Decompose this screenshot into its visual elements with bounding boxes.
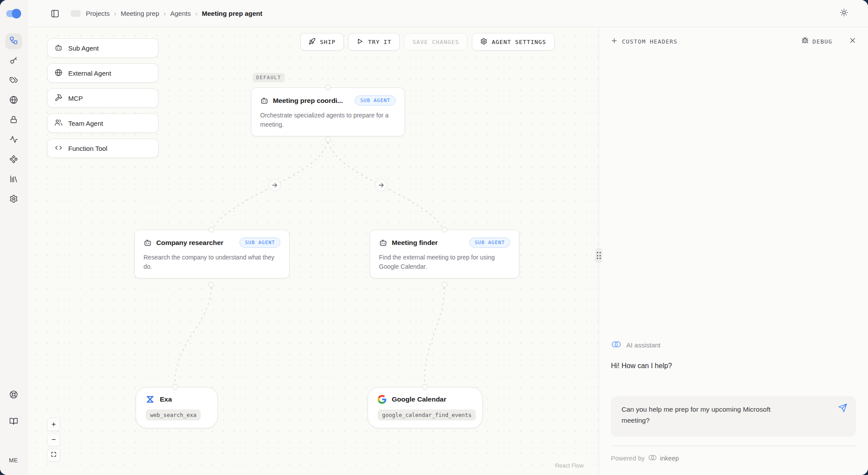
agent-settings-button[interactable]: AGENT SETTINGS [472,33,555,51]
breadcrumb-agents[interactable]: Agents [170,10,191,17]
handle-exa-top[interactable] [173,384,178,390]
fit-view-button[interactable] [47,449,60,462]
save-changes-button[interactable]: SAVE CHANGES [404,33,467,51]
handle-coordinator-bottom[interactable] [325,137,331,142]
palette-label: Function Tool [68,145,107,152]
help-button[interactable] [5,387,22,403]
docs-button[interactable] [5,414,22,430]
nav-graph-button[interactable] [5,33,22,49]
users-icon [55,119,63,128]
zoom-in-button[interactable]: + [47,418,60,431]
node-palette: Sub Agent External Agent MCP Team Agent [47,38,158,158]
nav-settings-button[interactable] [5,192,22,208]
app-window: ME Projects › Meeting prep › Agents › Me… [0,0,868,475]
key-icon [9,56,18,66]
brand-label: inkeep [660,455,679,462]
node-title: Company researcher [156,239,223,247]
bot-icon [379,238,387,247]
nav-security-button[interactable] [5,113,22,128]
handle-company-researcher-bottom[interactable] [209,282,214,288]
library-icon [9,175,18,185]
try-it-panel: CUSTOM HEADERS DEBUG AI assistant Hi! Ho… [599,27,868,475]
powered-by-label: Powered by [611,455,645,462]
chevron-right-icon: › [114,10,116,17]
edge-meeting-finder-google-calendar [425,287,445,384]
sidebar-toggle-button[interactable] [51,9,59,18]
try-it-button[interactable]: TRY IT [348,33,400,51]
palette-external-agent[interactable]: External Agent [47,63,158,83]
theme-toggle-button[interactable] [840,8,848,18]
breadcrumb: Projects › Meeting prep › Agents › Meeti… [86,10,262,17]
code-icon [55,144,63,153]
chat-input[interactable]: Can you help me prep for my upcoming Mic… [611,396,856,437]
node-exa-tool[interactable]: Exa web_search_exa [136,387,218,428]
chevron-right-icon: › [195,10,197,17]
bug-icon [802,37,809,46]
inkeep-avatar-icon [611,339,622,351]
node-meeting-finder[interactable]: Meeting finder SUB AGENT Find the extern… [370,230,519,278]
palette-label: MCP [68,95,83,102]
chat-input-value[interactable]: Can you help me prep for my upcoming Mic… [622,404,789,426]
component-icon [9,155,18,165]
nav-library-button[interactable] [5,172,22,188]
edge-arrow-marker [268,179,281,191]
palette-team-agent[interactable]: Team Agent [47,113,158,133]
bot-icon [55,44,63,53]
debug-button[interactable]: DEBUG [802,37,832,46]
node-coordinator[interactable]: Meeting prep coordi... SUB AGENT Orchest… [251,88,405,136]
zoom-controls: + − [47,418,60,462]
palette-function-tool[interactable]: Function Tool [47,139,158,158]
google-logo-icon [378,395,386,404]
user-avatar[interactable]: ME [9,457,18,464]
logo-icon [6,9,21,18]
powered-by[interactable]: Powered by inkeep [611,453,856,464]
tool-name-tag: google_calendar_find_events [378,409,476,420]
node-google-calendar-tool[interactable]: Google Calendar google_calendar_find_eve… [368,387,483,428]
edge-company-researcher-exa [175,287,211,384]
nav-components-button[interactable] [5,152,22,168]
node-title: Meeting finder [392,239,438,247]
node-company-researcher[interactable]: Company researcher SUB AGENT Research th… [134,230,290,278]
nav-credentials-button[interactable] [5,53,22,69]
nav-external-button[interactable] [5,93,22,109]
assistant-header: AI assistant [611,339,856,351]
breadcrumb-projects[interactable]: Projects [86,10,110,17]
lock-icon [9,115,18,126]
panel-resize-handle[interactable] [596,248,602,263]
inkeep-logo[interactable] [0,0,27,27]
breadcrumb-project[interactable]: Meeting prep [121,10,159,17]
sun-icon [840,8,848,18]
node-description: Research the company to understand what … [143,253,280,271]
tool-title: Google Calendar [392,395,446,403]
send-button[interactable] [838,403,847,414]
ship-button[interactable]: SHIP [300,33,344,51]
rail-bottom: ME [5,387,22,475]
palette-mcp[interactable]: MCP [47,88,158,108]
workflow-icon [9,36,18,47]
handle-coordinator-top[interactable] [325,85,331,91]
palette-label: External Agent [68,69,111,77]
zoom-out-button[interactable]: − [47,433,60,446]
handle-company-researcher-top[interactable] [209,227,214,233]
handle-meeting-finder-top[interactable] [442,227,448,233]
rocket-icon [309,38,316,46]
agent-settings-label: AGENT SETTINGS [492,39,546,45]
canvas-toolbar: SHIP TRY IT SAVE CHANGES AGENT SETTINGS [300,33,555,51]
bot-icon [143,238,152,247]
palette-sub-agent[interactable]: Sub Agent [47,38,158,58]
ship-label: SHIP [320,39,335,45]
handle-google-calendar-top[interactable] [422,384,428,390]
activity-icon [9,135,18,146]
close-panel-button[interactable] [849,37,856,46]
plus-icon [611,37,618,46]
assistant-label: AI assistant [626,341,661,349]
react-flow-attribution[interactable]: React Flow [555,462,584,469]
globe-icon [55,69,63,78]
nav-tags-button[interactable] [5,73,22,89]
handle-meeting-finder-bottom[interactable] [442,282,448,288]
palette-label: Sub Agent [68,44,99,52]
nav-activity-button[interactable] [5,132,22,148]
flow-canvas[interactable]: Sub Agent External Agent MCP Team Agent [27,27,599,475]
custom-headers-button[interactable]: CUSTOM HEADERS [611,37,677,46]
inkeep-logo-icon [648,453,657,464]
